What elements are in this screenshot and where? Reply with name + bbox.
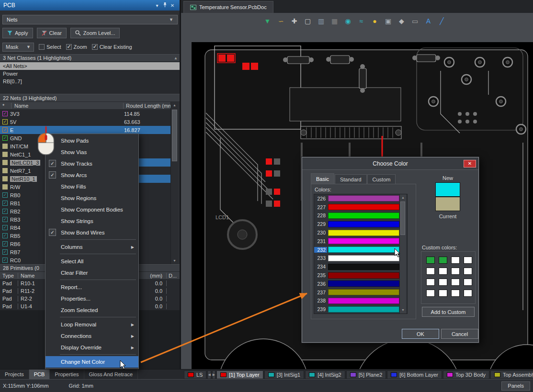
layer-set-chip[interactable]: LS xyxy=(184,370,206,379)
context-menu-item[interactable]: Show Strings xyxy=(45,215,138,227)
color-row[interactable]: 235 xyxy=(314,271,407,280)
select-checkbox[interactable]: Select xyxy=(39,44,61,50)
net-color-checkbox[interactable] xyxy=(2,127,8,133)
net-class-row[interactable]: <All Nets> xyxy=(0,62,180,70)
color-row[interactable]: 230 xyxy=(314,228,407,237)
clear-button[interactable]: Clear xyxy=(37,28,67,38)
interactive-route-icon[interactable]: ◉ xyxy=(342,15,354,27)
dialog-tab[interactable]: Basic xyxy=(311,173,334,184)
net-color-checkbox[interactable] xyxy=(2,258,8,263)
scrollbar-thumb[interactable] xyxy=(172,110,177,161)
scroll-up-icon[interactable]: ▲ xyxy=(174,56,178,60)
polygon-icon[interactable]: ◆ xyxy=(396,15,408,27)
scroll-layers-right-icon[interactable]: ▶ xyxy=(212,370,215,379)
panel-tab[interactable]: Properties xyxy=(50,370,84,379)
scrollbar-thumb[interactable] xyxy=(400,202,405,235)
color-row[interactable]: 231 xyxy=(314,237,407,246)
panels-button[interactable]: Panels xyxy=(501,381,530,391)
net-class-row[interactable]: RB[0..7] xyxy=(0,78,180,85)
net-color-checkbox[interactable] xyxy=(2,135,8,141)
custom-color-swatch[interactable] xyxy=(464,279,472,286)
mask-dropdown[interactable]: Mask ▼ xyxy=(2,43,34,52)
net-color-checkbox[interactable] xyxy=(2,176,8,181)
layer-tab[interactable]: Top 3D Body xyxy=(443,370,489,379)
apply-button[interactable]: Apply xyxy=(2,28,33,38)
document-tab[interactable]: Temperature Sensor.PcbDoc xyxy=(183,1,273,13)
nets-column-header[interactable]: * Name Routed Length (mm) xyxy=(0,102,173,110)
net-color-checkbox[interactable] xyxy=(2,249,8,255)
ok-button[interactable]: OK xyxy=(402,329,439,339)
layer-tab[interactable]: [5] Plane2 xyxy=(346,370,386,379)
color-row[interactable]: 234 xyxy=(314,262,407,271)
custom-color-swatch[interactable] xyxy=(426,268,435,275)
net-row[interactable]: E 16.827 xyxy=(0,126,173,134)
dialog-close-icon[interactable]: ✕ xyxy=(464,160,476,168)
layer-tab[interactable]: [3] IntSig1 xyxy=(264,370,305,379)
custom-color-swatch[interactable] xyxy=(451,257,460,264)
clear-existing-checkbox[interactable]: Clear Existing xyxy=(92,44,132,50)
scroll-down-icon[interactable]: ▼ xyxy=(171,258,178,264)
net-class-row[interactable]: Power xyxy=(0,70,180,78)
context-menu-item[interactable]: Show Pads xyxy=(45,135,138,146)
color-row[interactable]: 226 xyxy=(314,194,407,203)
panel-tab[interactable]: Projects xyxy=(0,370,29,379)
custom-color-swatch[interactable] xyxy=(439,279,447,286)
custom-color-swatch[interactable] xyxy=(451,290,460,297)
custom-color-swatch[interactable] xyxy=(426,290,435,297)
color-row[interactable]: 228 xyxy=(314,212,407,220)
net-color-checkbox[interactable] xyxy=(2,233,8,238)
context-menu-item[interactable]: Show Fills xyxy=(45,181,138,192)
panel-mode-dropdown[interactable]: Nets ▼ xyxy=(2,15,178,24)
net-color-checkbox[interactable] xyxy=(2,192,8,198)
line-icon[interactable]: ╱ xyxy=(436,15,448,27)
color-row[interactable]: 229 xyxy=(314,220,407,228)
string-icon[interactable]: A xyxy=(422,15,434,27)
context-menu-item[interactable]: Properties... xyxy=(45,293,138,304)
net-color-checkbox[interactable] xyxy=(2,119,8,124)
context-menu-item[interactable]: Show Arcs xyxy=(45,169,138,181)
scroll-layers-left-icon[interactable]: ◀ xyxy=(207,370,211,379)
context-menu-item[interactable]: Columns xyxy=(45,241,138,253)
custom-color-swatch[interactable] xyxy=(451,268,460,275)
context-menu-item[interactable]: Display Override xyxy=(45,342,138,353)
layer-tab[interactable]: [6] Bottom Layer xyxy=(387,370,442,379)
context-menu-item[interactable]: Loop Removal xyxy=(45,319,138,330)
layer-tab[interactable]: Top Assembly xyxy=(490,370,533,379)
custom-color-swatch[interactable] xyxy=(451,279,460,286)
color-row[interactable]: 237 xyxy=(314,288,407,297)
net-list-scrollbar[interactable]: ▲ ▼ xyxy=(170,102,178,264)
pad-icon[interactable]: ▣ xyxy=(382,15,394,27)
lasso-select-icon[interactable]: ∽ xyxy=(275,15,287,27)
context-menu-item[interactable]: Zoom Selected xyxy=(45,304,138,316)
color-row[interactable]: 236 xyxy=(314,280,407,288)
color-row[interactable]: 227 xyxy=(314,203,407,212)
custom-color-swatch[interactable] xyxy=(439,268,447,275)
net-color-checkbox[interactable] xyxy=(2,217,8,222)
scroll-up-icon[interactable]: ▲ xyxy=(171,102,178,109)
context-menu-item[interactable]: Select All xyxy=(45,256,138,267)
net-color-checkbox[interactable] xyxy=(2,241,8,246)
area-select-icon[interactable]: ▢ xyxy=(302,15,314,27)
net-color-checkbox[interactable] xyxy=(2,201,8,206)
layer-tab[interactable]: [4] IntSig2 xyxy=(305,370,345,379)
panel-tab[interactable]: PCB xyxy=(29,370,50,379)
color-list-scrollbar[interactable]: ▲ ▼ xyxy=(399,194,406,314)
net-color-checkbox[interactable] xyxy=(2,144,8,149)
context-menu-item[interactable]: Connections xyxy=(45,330,138,342)
custom-color-swatch[interactable] xyxy=(426,257,435,264)
net-color-checkbox[interactable] xyxy=(2,160,8,165)
context-menu-item[interactable]: Show Tracks xyxy=(45,158,138,169)
net-row[interactable]: 5V 63.663 xyxy=(0,118,173,126)
context-menu-item[interactable]: Show Regions xyxy=(45,192,138,204)
custom-color-swatch[interactable] xyxy=(464,268,472,275)
mask-level-icon[interactable]: ▥ xyxy=(315,15,327,27)
custom-color-swatch[interactable] xyxy=(439,290,447,297)
zoom-level-button[interactable]: Zoom Level... xyxy=(70,28,120,38)
via-icon[interactable]: ● xyxy=(369,15,381,27)
net-color-checkbox[interactable] xyxy=(2,111,8,116)
dim-level-icon[interactable]: ▦ xyxy=(329,15,340,27)
color-row[interactable]: 239 xyxy=(314,305,407,314)
net-color-checkbox[interactable] xyxy=(2,184,8,190)
context-menu-item[interactable]: Show Component Bodies xyxy=(45,204,138,215)
net-color-checkbox[interactable] xyxy=(2,209,8,214)
